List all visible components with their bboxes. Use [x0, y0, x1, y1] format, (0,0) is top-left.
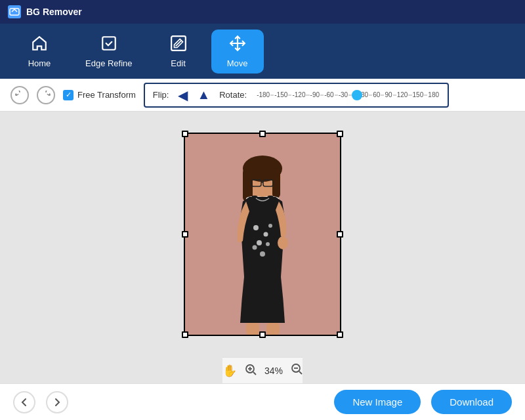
toolbar: ✓ Free Transform Flip: ◀ ▲ Rotate: -180 … — [0, 79, 525, 112]
nav-edit-label: Edit — [171, 58, 185, 68]
redo-button[interactable] — [37, 86, 55, 104]
handle-top-left[interactable] — [182, 131, 188, 137]
zoom-level: 34% — [264, 366, 283, 376]
edge-refine-icon — [100, 35, 117, 56]
selection-box — [184, 133, 341, 336]
nav-edit[interactable]: Edit — [152, 30, 205, 74]
handle-top-middle[interactable] — [259, 131, 266, 137]
flip-horizontal-button[interactable]: ◀ — [178, 87, 188, 103]
handle-middle-left[interactable] — [182, 231, 188, 238]
nav-edge-refine[interactable]: Edge Refine — [72, 30, 146, 74]
download-button[interactable]: Download — [431, 390, 512, 414]
handle-bottom-left[interactable] — [182, 331, 188, 338]
main-content: ✓ Free Transform Flip: ◀ ▲ Rotate: -180 … — [0, 79, 525, 420]
nav-bar: Home Edge Refine Edit Move — [0, 24, 525, 79]
nav-home-label: Home — [28, 58, 51, 68]
image-container[interactable] — [184, 133, 341, 336]
zoom-out-button[interactable] — [291, 363, 303, 378]
free-transform-checkbox[interactable]: ✓ — [63, 90, 74, 100]
action-bar: New Image Download — [0, 383, 525, 420]
rotate-label: Rotate: — [219, 90, 247, 100]
free-transform-toggle[interactable]: ✓ Free Transform — [63, 90, 136, 100]
nav-move-label: Move — [227, 58, 248, 68]
handle-bottom-middle[interactable] — [259, 331, 266, 338]
nav-edge-refine-label: Edge Refine — [85, 58, 133, 68]
handle-bottom-right[interactable] — [337, 331, 343, 338]
prev-button[interactable] — [13, 391, 35, 413]
app-icon — [8, 5, 21, 18]
controls-box: Flip: ◀ ▲ Rotate: -180 -150 -120 -90 -60… — [144, 83, 449, 108]
app-title: BG Remover — [26, 7, 82, 17]
new-image-button[interactable]: New Image — [334, 390, 421, 414]
flip-label: Flip: — [153, 90, 169, 100]
next-button[interactable] — [46, 391, 68, 413]
hand-tool-button[interactable]: ✋ — [222, 364, 237, 378]
rotate-slider[interactable]: -180 -150 -120 -90 -60 -30 0 30 60 90 12… — [256, 87, 440, 103]
home-icon — [31, 35, 48, 56]
edit-icon — [170, 35, 187, 56]
free-transform-label-text: Free Transform — [77, 90, 136, 100]
move-icon — [229, 35, 246, 56]
nav-home[interactable]: Home — [13, 30, 66, 74]
nav-move[interactable]: Move — [211, 30, 264, 74]
zoom-bar: ✋ 34% — [222, 357, 303, 383]
rotate-handle[interactable] — [352, 90, 362, 100]
svg-rect-1 — [102, 37, 116, 50]
handle-top-right[interactable] — [337, 131, 343, 137]
zoom-in-button[interactable] — [245, 364, 257, 378]
canvas-area: ✋ 34% — [0, 112, 525, 383]
rotate-ticks: -180 -150 -120 -90 -60 -30 0 30 60 90 12… — [256, 91, 440, 98]
svg-line-24 — [253, 372, 256, 375]
title-bar: BG Remover — [0, 0, 525, 24]
handle-middle-right[interactable] — [337, 231, 343, 238]
svg-line-28 — [299, 371, 302, 374]
undo-button[interactable] — [10, 86, 29, 104]
flip-vertical-button[interactable]: ▲ — [197, 87, 210, 102]
